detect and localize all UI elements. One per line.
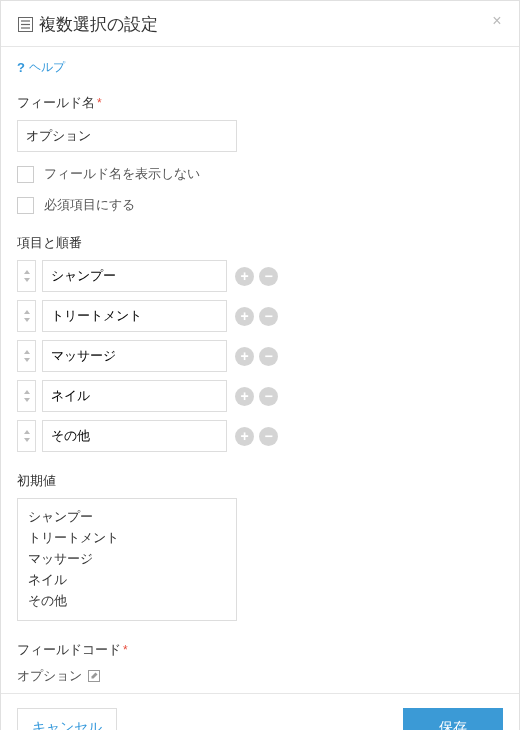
multiselect-icon [17, 17, 33, 33]
required-text: 必須項目にする [44, 197, 135, 214]
default-label: 初期値 [17, 472, 503, 490]
field-name-input[interactable] [17, 120, 237, 152]
item-row: +− [17, 260, 503, 292]
remove-item-button[interactable]: − [259, 427, 278, 446]
items-label: 項目と順番 [17, 234, 503, 252]
sort-handle[interactable] [17, 260, 36, 292]
dialog-header: 複数選択の設定 × [1, 1, 519, 47]
item-input[interactable] [42, 260, 227, 292]
default-section: 初期値 シャンプートリートメントマッサージネイルその他 [17, 472, 503, 621]
dialog-footer: キャンセル 保存 [1, 693, 519, 730]
default-listbox[interactable]: シャンプートリートメントマッサージネイルその他 [17, 498, 237, 621]
item-row: +− [17, 300, 503, 332]
required-row: 必須項目にする [17, 197, 503, 214]
fieldcode-row: オプション [17, 667, 503, 685]
help-link[interactable]: ? ヘルプ [17, 59, 503, 76]
cancel-button[interactable]: キャンセル [17, 708, 117, 730]
sort-handle[interactable] [17, 340, 36, 372]
default-option[interactable]: ネイル [28, 570, 226, 591]
default-option[interactable]: シャンプー [28, 507, 226, 528]
item-row: +− [17, 340, 503, 372]
item-input[interactable] [42, 340, 227, 372]
field-name-label: フィールド名* [17, 94, 503, 112]
help-text: ヘルプ [29, 59, 65, 76]
add-item-button[interactable]: + [235, 267, 254, 286]
item-input[interactable] [42, 300, 227, 332]
dialog-title: 複数選択の設定 [39, 13, 158, 36]
required-mark: * [123, 643, 128, 657]
default-option[interactable]: トリートメント [28, 528, 226, 549]
fieldcode-label: フィールドコード* [17, 641, 503, 659]
save-button[interactable]: 保存 [403, 708, 503, 730]
help-icon: ? [17, 60, 25, 75]
hide-label-row: フィールド名を表示しない [17, 166, 503, 183]
hide-label-text: フィールド名を表示しない [44, 166, 200, 183]
add-item-button[interactable]: + [235, 347, 254, 366]
dialog-body: ? ヘルプ フィールド名* フィールド名を表示しない 必須項目にする 項目と順番… [1, 47, 519, 693]
close-button[interactable]: × [487, 11, 507, 31]
default-option[interactable]: その他 [28, 591, 226, 612]
sort-handle[interactable] [17, 380, 36, 412]
edit-icon[interactable] [87, 669, 101, 683]
item-input[interactable] [42, 380, 227, 412]
remove-item-button[interactable]: − [259, 387, 278, 406]
item-row: +− [17, 420, 503, 452]
add-item-button[interactable]: + [235, 387, 254, 406]
add-item-button[interactable]: + [235, 307, 254, 326]
sort-handle[interactable] [17, 420, 36, 452]
item-row: +− [17, 380, 503, 412]
fieldcode-value: オプション [17, 667, 82, 685]
remove-item-button[interactable]: − [259, 307, 278, 326]
remove-item-button[interactable]: − [259, 267, 278, 286]
items-section: 項目と順番 +−+−+−+−+− [17, 234, 503, 452]
sort-handle[interactable] [17, 300, 36, 332]
dialog: 複数選択の設定 × ? ヘルプ フィールド名* フィールド名を表示しない 必須項… [0, 0, 520, 730]
hide-label-checkbox[interactable] [17, 166, 34, 183]
remove-item-button[interactable]: − [259, 347, 278, 366]
default-option[interactable]: マッサージ [28, 549, 226, 570]
item-input[interactable] [42, 420, 227, 452]
add-item-button[interactable]: + [235, 427, 254, 446]
required-checkbox[interactable] [17, 197, 34, 214]
required-mark: * [97, 96, 102, 110]
fieldcode-section: フィールドコード* オプション [17, 641, 503, 685]
